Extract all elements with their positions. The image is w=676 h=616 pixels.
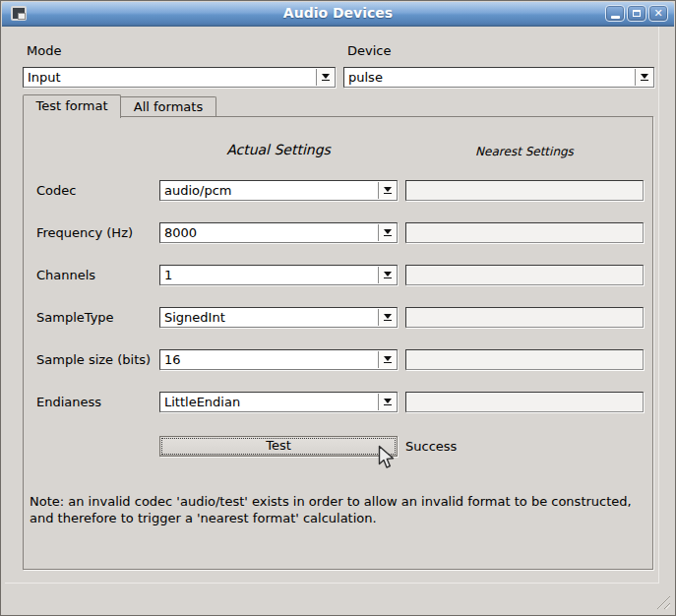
note-text: Note: an invalid codec 'audio/test' exis… [30, 493, 647, 526]
codec-nearest-field [405, 180, 644, 201]
dropdown-arrow-icon [384, 187, 392, 192]
note-line-2: and therefore to trigger a 'nearest form… [30, 510, 647, 526]
sampletype-select[interactable]: SignedInt [159, 307, 398, 328]
endianess-nearest-field [405, 392, 644, 412]
window-title: Audio Devices [2, 5, 674, 21]
status-text: Success [405, 439, 457, 454]
endianess-dropdown-button[interactable] [378, 394, 396, 410]
minimize-icon [611, 16, 620, 19]
minimize-button[interactable] [605, 5, 625, 22]
note-line-1: Note: an invalid codec 'audio/test' exis… [30, 493, 647, 510]
samplesize-nearest-field [405, 349, 644, 370]
window-controls: ✕ [605, 5, 668, 22]
dropdown-arrow-bar [384, 320, 392, 321]
samplesize-dropdown-button[interactable] [378, 351, 396, 368]
frequency-value: 8000 [164, 225, 197, 240]
dropdown-arrow-bar [384, 404, 392, 405]
codec-dropdown-button[interactable] [378, 182, 396, 199]
tab-all-formats[interactable]: All formats [121, 96, 216, 116]
channels-nearest-field [405, 265, 644, 285]
sampletype-nearest-field [405, 307, 644, 328]
channels-select[interactable]: 1 [159, 265, 398, 285]
test-button[interactable]: Test [159, 436, 398, 457]
samplesize-select[interactable]: 16 [159, 349, 398, 370]
mode-select[interactable]: Input [23, 67, 336, 88]
frequency-dropdown-button[interactable] [378, 224, 396, 241]
frequency-select[interactable]: 8000 [159, 222, 398, 243]
codec-select[interactable]: audio/pcm [159, 180, 398, 201]
channels-dropdown-button[interactable] [378, 267, 396, 283]
endianess-value: LittleEndian [164, 395, 240, 409]
dropdown-arrow-bar [384, 277, 392, 278]
frequency-nearest-field [405, 222, 644, 243]
channels-value: 1 [164, 268, 172, 282]
maximize-icon [633, 10, 641, 17]
tab-test-format[interactable]: Test format [23, 94, 121, 118]
device-label: Device [347, 43, 391, 58]
channels-label: Channels [36, 268, 95, 282]
sampletype-dropdown-button[interactable] [378, 309, 396, 326]
dropdown-arrow-icon [384, 314, 392, 319]
codec-label: Codec [36, 183, 76, 198]
endianess-label: Endianess [36, 395, 101, 409]
dropdown-arrow-icon [384, 399, 392, 403]
audio-devices-window: Audio Devices ✕ Mode Input Device pulse [0, 0, 676, 616]
device-dropdown-button[interactable] [635, 69, 652, 86]
dropdown-arrow-bar [641, 80, 648, 81]
dropdown-arrow-bar [384, 362, 392, 363]
sampletype-value: SignedInt [164, 310, 225, 325]
endianess-select[interactable]: LittleEndian [159, 392, 398, 412]
mode-value: Input [28, 70, 61, 85]
dropdown-arrow-icon [384, 356, 392, 361]
dropdown-arrow-bar [322, 80, 330, 81]
nearest-settings-header: Nearest Settings [405, 145, 644, 158]
test-format-panel: Actual Settings Nearest Settings Codec a… [23, 116, 653, 570]
device-value: pulse [348, 70, 383, 85]
mode-dropdown-button[interactable] [316, 69, 334, 86]
samplesize-label: Sample size (bits) [36, 352, 151, 367]
close-button[interactable]: ✕ [648, 5, 668, 22]
titlebar[interactable]: Audio Devices ✕ [2, 2, 674, 27]
frequency-label: Frequency (Hz) [36, 225, 133, 240]
codec-value: audio/pcm [164, 183, 231, 198]
dropdown-arrow-icon [322, 74, 330, 79]
resize-grip[interactable] [656, 595, 670, 609]
dropdown-arrow-icon [641, 74, 648, 79]
device-select[interactable]: pulse [343, 67, 654, 88]
close-icon: ✕ [653, 8, 662, 19]
samplesize-value: 16 [164, 352, 181, 367]
sampletype-label: SampleType [36, 310, 114, 325]
dropdown-arrow-bar [384, 235, 392, 236]
mode-label: Mode [27, 43, 61, 58]
maximize-button[interactable] [627, 5, 646, 22]
dropdown-arrow-icon [384, 272, 392, 277]
actual-settings-header: Actual Settings [159, 142, 398, 157]
dropdown-arrow-bar [384, 193, 392, 194]
dropdown-arrow-icon [384, 229, 392, 234]
